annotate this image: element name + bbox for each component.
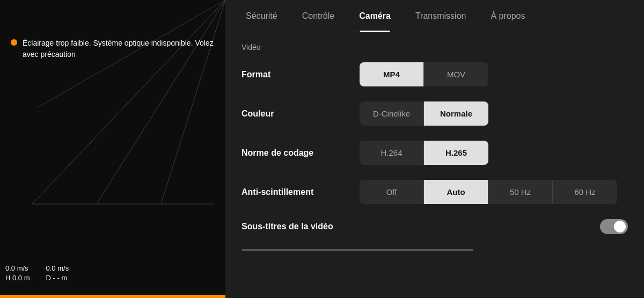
format-toggle-group: MP4 MOV	[360, 62, 488, 86]
tab-controle[interactable]: Contrôle	[292, 6, 344, 26]
format-label: Format	[241, 70, 349, 79]
norme-h265-btn[interactable]: H.265	[424, 141, 488, 165]
subtitles-label: Sous-titres de la vidéo	[241, 222, 349, 231]
scroll-indicator	[241, 249, 473, 251]
settings-panel: Sécurité Contrôle Caméra Transmission À …	[225, 0, 644, 298]
warning-text: Éclairage trop faible. Système optique i…	[23, 38, 225, 60]
tabs: Sécurité Contrôle Caméra Transmission À …	[225, 0, 644, 32]
camera-view: Éclairage trop faible. Système optique i…	[0, 0, 225, 298]
couleur-dcinelike-btn[interactable]: D-Cinelike	[360, 101, 424, 126]
couleur-row: Couleur D-Cinelike Normale	[241, 101, 628, 126]
orange-bar	[0, 295, 225, 298]
telemetry-speed-d-value: 0.0 m/s	[46, 264, 69, 273]
format-row: Format MP4 MOV	[241, 62, 628, 86]
telemetry: 0.0 m/s H 0.0 m 0.0 m/s D - - m	[5, 264, 69, 283]
telemetry-speed-h-value: 0.0 m/s	[5, 264, 30, 273]
antiscintillement-row: Anti-scintillement Off Auto 50 Hz 60 Hz	[241, 180, 628, 204]
section-title: Vidéo	[241, 43, 628, 52]
couleur-toggle-group: D-Cinelike Normale	[360, 101, 488, 126]
norme-toggle-group: H.264 H.265	[360, 141, 488, 165]
tab-camera[interactable]: Caméra	[349, 6, 400, 26]
tab-apropos[interactable]: À propos	[481, 6, 535, 26]
format-mov-btn[interactable]: MOV	[424, 62, 488, 86]
telemetry-speed-d: 0.0 m/s D - - m	[46, 264, 69, 283]
anti-60hz-btn[interactable]: 60 Hz	[553, 180, 617, 204]
couleur-normale-btn[interactable]: Normale	[424, 101, 488, 126]
telemetry-h-label: H 0.0 m	[5, 273, 30, 283]
norme-label: Norme de codage	[241, 148, 349, 158]
anti-auto-btn[interactable]: Auto	[424, 180, 488, 204]
antiscintillement-label: Anti-scintillement	[241, 187, 349, 197]
anti-off-btn[interactable]: Off	[360, 180, 424, 204]
tab-transmission[interactable]: Transmission	[406, 6, 476, 26]
anti-50hz-btn[interactable]: 50 Hz	[488, 180, 553, 204]
telemetry-speed-h: 0.0 m/s H 0.0 m	[5, 264, 30, 283]
telemetry-d-label: D - - m	[46, 273, 69, 283]
format-mp4-btn[interactable]: MP4	[360, 62, 424, 86]
subtitles-toggle[interactable]	[600, 219, 628, 234]
warning-dot	[11, 39, 17, 46]
antiscintillement-toggle-group: Off Auto 50 Hz 60 Hz	[360, 180, 617, 204]
tab-securite[interactable]: Sécurité	[236, 6, 287, 26]
warning-badge: Éclairage trop faible. Système optique i…	[11, 38, 225, 60]
subtitles-row: Sous-titres de la vidéo	[241, 219, 628, 234]
norme-row: Norme de codage H.264 H.265	[241, 141, 628, 165]
norme-h264-btn[interactable]: H.264	[360, 141, 424, 165]
couleur-label: Couleur	[241, 109, 349, 119]
settings-content: Vidéo Format MP4 MOV Couleur D-Cinelike …	[225, 32, 644, 298]
